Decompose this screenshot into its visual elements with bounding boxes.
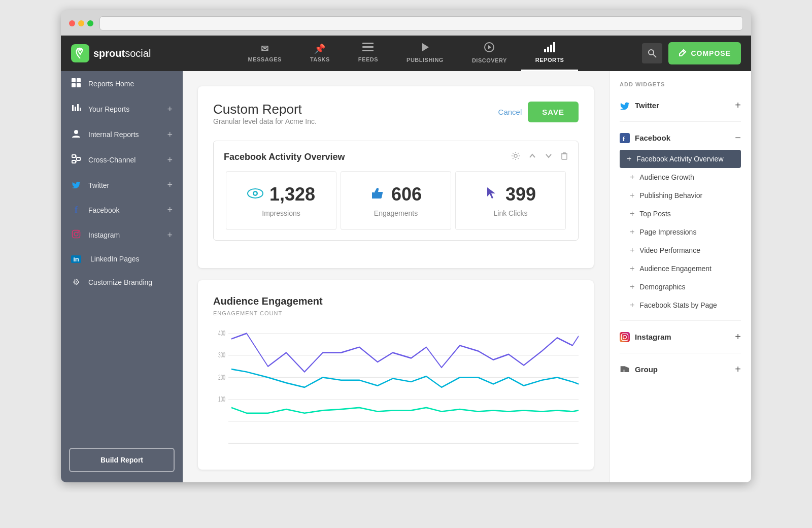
plus-icon: +: [630, 209, 634, 218]
nav-reports[interactable]: REPORTS: [521, 36, 579, 71]
discovery-icon: [484, 42, 495, 55]
svg-text:400: 400: [218, 328, 225, 337]
svg-marker-7: [488, 45, 491, 49]
reports-icon: [544, 42, 555, 55]
facebook-collapse-button[interactable]: −: [735, 132, 741, 144]
facebook-plus[interactable]: +: [167, 205, 173, 215]
customize-icon: ⚙: [71, 277, 81, 287]
svg-rect-11: [553, 42, 555, 52]
widget-up-button[interactable]: [528, 151, 536, 163]
svg-rect-10: [550, 45, 552, 52]
svg-rect-22: [80, 108, 81, 111]
widget-item-publishing-behavior[interactable]: + Publishing Behavior: [620, 186, 741, 205]
browser-window: sproutsocial ✉ MESSAGES 📌 TASKS: [61, 10, 751, 482]
report-actions: Cancel SAVE: [498, 102, 579, 122]
sidebar-item-reports-home[interactable]: Reports Home: [61, 71, 183, 96]
url-bar[interactable]: [99, 16, 743, 30]
engagements-label: Engagements: [374, 209, 418, 217]
demographics-label: Demographics: [639, 283, 685, 291]
plus-icon: +: [630, 173, 634, 182]
dot-yellow[interactable]: [78, 20, 84, 26]
add-widgets-title: ADD WIDGETS: [620, 81, 741, 87]
report-header: Custom Report Granular level data for Ac…: [213, 102, 579, 138]
widget-item-facebook-activity[interactable]: + Facebook Activity Overview: [620, 150, 741, 168]
group-expand-button[interactable]: +: [735, 364, 741, 375]
your-reports-plus[interactable]: +: [167, 104, 173, 115]
chart-title: Audience Engagement: [213, 295, 579, 307]
nav-publishing[interactable]: PUBLISHING: [392, 36, 458, 71]
top-nav: sproutsocial ✉ MESSAGES 📌 TASKS: [61, 36, 751, 71]
save-button[interactable]: SAVE: [528, 102, 579, 122]
widget-item-audience-growth[interactable]: + Audience Growth: [620, 168, 741, 186]
nav-discovery[interactable]: DISCOVERY: [458, 36, 521, 71]
build-report-button[interactable]: Build Report: [69, 448, 175, 472]
nav-tasks[interactable]: 📌 TASKS: [296, 36, 344, 71]
sidebar-item-your-reports[interactable]: Your Reports +: [61, 96, 183, 122]
widget-item-audience-engagement[interactable]: + Audience Engagement: [620, 259, 741, 278]
svg-point-1: [79, 48, 82, 51]
svg-rect-18: [77, 83, 81, 87]
nav-items: ✉ MESSAGES 📌 TASKS FEEDS: [183, 36, 629, 71]
svg-rect-33: [562, 154, 567, 159]
instagram-plus[interactable]: +: [167, 230, 173, 241]
widget-item-video-performance[interactable]: + Video Performance: [620, 241, 741, 259]
feeds-icon: [362, 43, 374, 54]
browser-toolbar: [61, 16, 751, 36]
twitter-expand-button[interactable]: +: [735, 100, 741, 111]
nav-feeds[interactable]: FEEDS: [344, 36, 392, 71]
internal-reports-plus[interactable]: +: [167, 129, 173, 140]
sidebar-item-customize[interactable]: ⚙ Customize Branding: [61, 270, 183, 294]
svg-rect-17: [72, 83, 76, 87]
tasks-label: TASKS: [310, 56, 330, 62]
report-card: Custom Report Granular level data for Ac…: [198, 86, 594, 268]
svg-point-23: [74, 130, 78, 134]
widget-settings-button[interactable]: [511, 151, 520, 163]
sidebar-item-instagram[interactable]: Instagram +: [61, 222, 183, 248]
plus-icon: +: [630, 227, 634, 237]
widget-section-facebook[interactable]: f Facebook −: [620, 128, 741, 148]
widget-section-twitter[interactable]: Twitter +: [620, 95, 741, 115]
eye-icon: [247, 186, 263, 203]
your-reports-label: Your Reports: [88, 105, 129, 113]
compose-label: COMPOSE: [691, 49, 731, 57]
svg-rect-9: [547, 47, 549, 52]
search-button[interactable]: [642, 43, 662, 63]
facebook-logo-icon: f: [620, 133, 630, 143]
sidebar-item-linkedin[interactable]: in LinkedIn Pages: [61, 248, 183, 270]
nav-messages[interactable]: ✉ MESSAGES: [234, 36, 296, 71]
reports-label: REPORTS: [535, 57, 564, 63]
widget-item-facebook-stats[interactable]: + Facebook Stats by Page: [620, 296, 741, 314]
widget-item-page-impressions[interactable]: + Page Impressions: [620, 223, 741, 241]
cross-channel-label: Cross-Channel: [88, 156, 136, 164]
divider: [620, 353, 741, 353]
svg-point-32: [514, 154, 517, 157]
widget-down-button[interactable]: [545, 151, 553, 163]
divider: [620, 121, 741, 122]
cancel-button[interactable]: Cancel: [498, 108, 522, 116]
compose-button[interactable]: COMPOSE: [668, 42, 741, 64]
sidebar-item-facebook[interactable]: f Facebook +: [61, 197, 183, 222]
widget-section-instagram[interactable]: Instagram +: [620, 327, 741, 347]
cross-channel-icon: [71, 154, 81, 166]
plus-icon: +: [630, 301, 634, 310]
link-clicks-label: Link Clicks: [494, 209, 528, 217]
twitter-plus[interactable]: +: [167, 180, 173, 190]
widget-item-demographics[interactable]: + Demographics: [620, 278, 741, 296]
svg-point-52: [627, 334, 628, 335]
sidebar-item-twitter[interactable]: Twitter +: [61, 173, 183, 197]
dot-red[interactable]: [69, 20, 75, 26]
customize-label: Customize Branding: [88, 278, 152, 286]
stats-row: 1,328 Impressions: [224, 171, 568, 230]
sidebar-item-cross-channel[interactable]: Cross-Channel +: [61, 147, 183, 173]
cross-channel-plus[interactable]: +: [167, 155, 173, 166]
logo-text: sproutsocial: [93, 48, 151, 59]
linkedin-icon: in: [71, 255, 81, 263]
sidebar-item-internal-reports[interactable]: Internal Reports +: [61, 122, 183, 147]
sprout-logo-icon: [71, 44, 89, 62]
widget-delete-button[interactable]: [561, 151, 568, 163]
instagram-expand-button[interactable]: +: [735, 331, 741, 343]
widget-item-top-posts[interactable]: + Top Posts: [620, 205, 741, 223]
widget-section-group[interactable]: Group +: [620, 359, 741, 379]
dot-green[interactable]: [87, 20, 93, 26]
divider: [620, 320, 741, 321]
